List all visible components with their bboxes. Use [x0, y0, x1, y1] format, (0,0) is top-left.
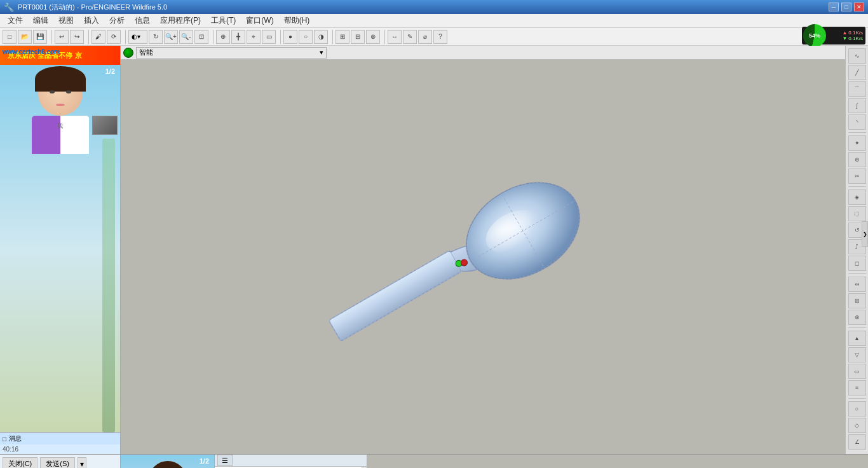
rt-merge[interactable]: ⊗	[848, 310, 866, 325]
net-down-speed: 0.1K/s	[848, 36, 863, 41]
time-value: 40:16	[3, 446, 18, 453]
rt-extrude[interactable]: ⬚	[848, 206, 866, 221]
menu-file[interactable]: 文件	[3, 14, 28, 27]
tb-dim[interactable]: ↔	[388, 30, 402, 44]
rt-fillet[interactable]: ◝	[848, 114, 866, 130]
rt-surface[interactable]: ◈	[848, 189, 866, 205]
rt-sep5	[848, 398, 866, 399]
rt-line[interactable]: ╱	[848, 65, 866, 80]
rt-mirror[interactable]: ⇔	[848, 277, 866, 292]
close-button[interactable]: ✕	[854, 3, 864, 11]
menu-help[interactable]: 帮助(H)	[279, 14, 315, 27]
menu-apps[interactable]: 应用程序(P)	[155, 14, 206, 27]
chat-info-label: □ 消息	[0, 432, 120, 444]
title-bar-controls[interactable]: ─ □ ✕	[829, 3, 864, 11]
bottom-area: 关闭(C) 发送(S) ▾ □ 消息记录 1/2	[0, 454, 868, 468]
rt-arc[interactable]: ⌒	[848, 81, 866, 97]
tb-sep1	[50, 30, 52, 44]
title-bar-left: 🔧 PRT0001 (活动的) - Pro/ENGINEER Wildfire …	[4, 3, 167, 12]
tb-save[interactable]: 💾	[33, 30, 47, 44]
menu-analysis[interactable]: 分析	[104, 14, 130, 27]
rt-blend[interactable]: ◻	[848, 256, 866, 271]
spoon-canvas	[121, 60, 845, 454]
rt-chamfer[interactable]: ◇	[848, 418, 866, 433]
tree-header: ☰	[215, 455, 367, 467]
tb-help[interactable]: ?	[433, 30, 447, 44]
menu-view[interactable]: 视图	[53, 14, 79, 27]
tb-hidden[interactable]: ◑	[314, 30, 328, 44]
rt-spline[interactable]: ∫	[848, 98, 866, 113]
tb-open[interactable]: 📂	[18, 30, 32, 44]
tb-sep2	[86, 30, 89, 44]
watermark: www.cartech8.com	[3, 48, 60, 55]
avatar-body-1: 我	[32, 116, 89, 154]
rt-solid1[interactable]: ▲	[848, 331, 866, 346]
rt-trim[interactable]: ✂	[848, 169, 866, 184]
rt-sep3	[848, 273, 866, 274]
close-chat-button[interactable]: 关闭(C)	[3, 457, 37, 469]
tb-new[interactable]: □	[3, 30, 17, 44]
main-viewport: 智能 ▾	[121, 46, 845, 454]
right-toolbar: ∿ ╱ ⌒ ∫ ◝ ✦ ⊕ ✂ ◈ ⬚ ↺ ⤴ ◻ ⇔ ⊞ ⊗ ▲ ▽ ▭ ≡ …	[845, 46, 868, 454]
avatar-eye-r-1	[66, 90, 71, 93]
rt-draft[interactable]: ∠	[848, 434, 866, 450]
tb-sep7	[383, 30, 385, 44]
send-dropdown-arrow[interactable]: ▾	[78, 457, 86, 469]
left-chat-panel: www.cartech8.com 京东店庆 全品省不停 京 1/2	[0, 46, 121, 454]
tb-shade[interactable]: ●	[283, 30, 297, 44]
menu-info[interactable]: 信息	[130, 14, 155, 27]
tb-ref[interactable]: ⌀	[418, 30, 432, 44]
main-toolbar: □ 📂 💾 ↩ ↪ 🖌 ⟳ ◐▾ ↻ 🔍+ 🔍- ⊡ ⊕ ╋ ⌖ ▭ ● ○ ◑…	[0, 28, 868, 46]
tb-view-dropdown[interactable]: ◐▾	[128, 30, 147, 44]
rt-shell[interactable]: ▭	[848, 364, 866, 379]
tb-spin[interactable]: ↻	[149, 30, 163, 44]
menu-window[interactable]: 窗口(W)	[241, 14, 278, 27]
rt-expand-btn[interactable]: ❯	[862, 221, 868, 247]
app-icon: 🔧	[4, 3, 14, 12]
tb-repaint[interactable]: 🖌	[92, 30, 105, 44]
avatar-mouth-1	[56, 104, 65, 106]
rt-round[interactable]: ○	[848, 401, 866, 416]
tb-zoom-in[interactable]: 🔍+	[164, 30, 178, 44]
tb-axis[interactable]: ╋	[231, 30, 245, 44]
maximize-button[interactable]: □	[841, 3, 851, 11]
viewport-filter-dropdown[interactable]: 智能 ▾	[136, 47, 327, 59]
tb-note[interactable]: ✎	[403, 30, 417, 44]
tb-plane[interactable]: ▭	[262, 30, 276, 44]
tb-sep3	[123, 30, 126, 44]
main-layout: www.cartech8.com 京东店庆 全品省不停 京 1/2	[0, 46, 868, 454]
tb-wireframe[interactable]: ○	[299, 30, 313, 44]
tb-sep4	[211, 30, 214, 44]
minimize-button[interactable]: ─	[829, 3, 839, 11]
tb-style3[interactable]: ⊗	[366, 30, 380, 44]
status-icon-row: □ 消息	[3, 434, 118, 443]
tb-datum[interactable]: ⊕	[216, 30, 230, 44]
net-speed-circle: 54%	[803, 24, 826, 47]
menu-edit[interactable]: 编辑	[28, 14, 53, 27]
send-label: 发送(S)	[46, 459, 69, 468]
tb-undo[interactable]: ↩	[55, 30, 69, 44]
tb-style1[interactable]: ⊞	[336, 30, 349, 44]
tb-redo[interactable]: ↪	[70, 30, 84, 44]
send-button[interactable]: 发送(S)	[40, 457, 75, 469]
tb-csys[interactable]: ⌖	[247, 30, 261, 44]
tb-zoom-out[interactable]: 🔍-	[179, 30, 193, 44]
tb-style2[interactable]: ⊟	[351, 30, 365, 44]
rt-offset[interactable]: ⊕	[848, 152, 866, 167]
up-arrow-icon: ▲	[842, 30, 847, 36]
rt-point[interactable]: ✦	[848, 135, 866, 151]
rt-solid2[interactable]: ▽	[848, 347, 866, 362]
avatar-thumbnail[interactable]	[92, 116, 118, 135]
net-speeds: ▲ 0.1K/s ▼ 0.1K/s	[842, 30, 863, 41]
menu-insert[interactable]: 插入	[79, 14, 104, 27]
rt-rib[interactable]: ≡	[848, 380, 866, 396]
tree-settings-btn[interactable]: ☰	[217, 455, 233, 466]
net-up-row: ▲ 0.1K/s	[842, 30, 863, 36]
tb-fit[interactable]: ⊡	[194, 30, 208, 44]
viewport-topbar: 智能 ▾	[121, 46, 845, 60]
rt-pattern[interactable]: ⊞	[848, 293, 866, 308]
rt-curve[interactable]: ∿	[848, 48, 866, 64]
avatar-head-2	[149, 461, 187, 468]
tb-regen[interactable]: ⟳	[107, 30, 121, 44]
menu-tools[interactable]: 工具(T)	[206, 14, 241, 27]
